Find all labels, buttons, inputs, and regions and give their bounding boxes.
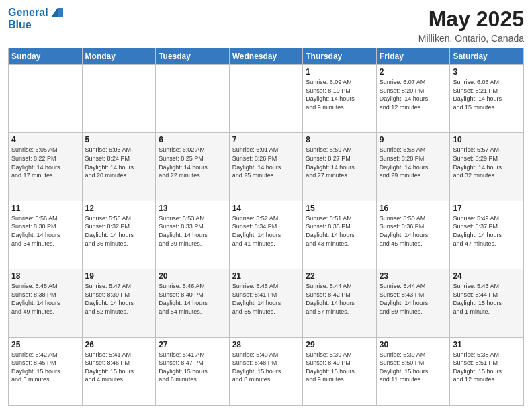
day-info: Sunrise: 5:56 AM Sunset: 8:30 PM Dayligh… [11, 214, 79, 248]
day-cell: 28Sunrise: 5:40 AM Sunset: 8:48 PM Dayli… [229, 337, 303, 405]
day-number: 15 [306, 203, 373, 213]
col-saturday: Saturday [450, 48, 524, 65]
logo-general: General [8, 7, 48, 19]
col-monday: Monday [82, 48, 156, 65]
logo-icon [50, 5, 64, 19]
day-number: 21 [232, 271, 300, 281]
day-info: Sunrise: 5:41 AM Sunset: 8:47 PM Dayligh… [159, 351, 226, 384]
day-number: 5 [85, 135, 153, 144]
day-cell: 12Sunrise: 5:55 AM Sunset: 8:32 PM Dayli… [82, 201, 156, 269]
day-number: 25 [11, 340, 79, 349]
day-info: Sunrise: 5:45 AM Sunset: 8:41 PM Dayligh… [232, 282, 300, 316]
week-row-2: 11Sunrise: 5:56 AM Sunset: 8:30 PM Dayli… [9, 201, 524, 269]
day-number: 29 [306, 340, 373, 349]
week-row-3: 18Sunrise: 5:48 AM Sunset: 8:38 PM Dayli… [9, 269, 524, 337]
day-cell: 5Sunrise: 6:03 AM Sunset: 8:24 PM Daylig… [82, 133, 156, 201]
day-number: 19 [85, 271, 153, 281]
day-number: 18 [11, 271, 79, 281]
day-info: Sunrise: 5:46 AM Sunset: 8:40 PM Dayligh… [159, 282, 226, 316]
day-cell: 14Sunrise: 5:52 AM Sunset: 8:34 PM Dayli… [229, 201, 303, 269]
day-number: 27 [159, 340, 226, 349]
day-info: Sunrise: 5:43 AM Sunset: 8:44 PM Dayligh… [453, 282, 521, 316]
day-cell [9, 65, 83, 133]
day-info: Sunrise: 5:39 AM Sunset: 8:50 PM Dayligh… [380, 351, 447, 384]
col-sunday: Sunday [9, 48, 83, 65]
day-info: Sunrise: 5:41 AM Sunset: 8:46 PM Dayligh… [85, 351, 153, 384]
day-cell: 2Sunrise: 6:07 AM Sunset: 8:20 PM Daylig… [376, 65, 450, 133]
day-cell: 11Sunrise: 5:56 AM Sunset: 8:30 PM Dayli… [9, 201, 83, 269]
day-number: 8 [306, 135, 373, 144]
day-number: 17 [453, 203, 521, 213]
day-number: 6 [159, 135, 226, 144]
day-cell: 31Sunrise: 5:38 AM Sunset: 8:51 PM Dayli… [450, 337, 524, 405]
day-info: Sunrise: 6:02 AM Sunset: 8:25 PM Dayligh… [159, 146, 226, 179]
day-info: Sunrise: 5:51 AM Sunset: 8:35 PM Dayligh… [306, 214, 373, 248]
day-cell: 25Sunrise: 5:42 AM Sunset: 8:45 PM Dayli… [9, 337, 83, 405]
day-number: 10 [453, 135, 521, 144]
day-cell: 8Sunrise: 5:59 AM Sunset: 8:27 PM Daylig… [303, 133, 377, 201]
day-info: Sunrise: 5:40 AM Sunset: 8:48 PM Dayligh… [232, 351, 300, 384]
day-cell: 13Sunrise: 5:53 AM Sunset: 8:33 PM Dayli… [156, 201, 230, 269]
day-cell: 18Sunrise: 5:48 AM Sunset: 8:38 PM Dayli… [9, 269, 83, 337]
day-info: Sunrise: 6:09 AM Sunset: 8:19 PM Dayligh… [306, 78, 373, 111]
week-row-1: 4Sunrise: 6:05 AM Sunset: 8:22 PM Daylig… [9, 133, 524, 201]
week-row-0: 1Sunrise: 6:09 AM Sunset: 8:19 PM Daylig… [9, 65, 524, 133]
day-cell: 19Sunrise: 5:47 AM Sunset: 8:39 PM Dayli… [82, 269, 156, 337]
title-block: May 2025 Milliken, Ontario, Canada [418, 7, 524, 44]
day-info: Sunrise: 6:05 AM Sunset: 8:22 PM Dayligh… [11, 146, 79, 179]
day-info: Sunrise: 5:39 AM Sunset: 8:49 PM Dayligh… [306, 351, 373, 384]
day-cell: 6Sunrise: 6:02 AM Sunset: 8:25 PM Daylig… [156, 133, 230, 201]
page: General Blue May 2025 Milliken, Ontario,… [0, 0, 532, 411]
day-info: Sunrise: 5:48 AM Sunset: 8:38 PM Dayligh… [11, 282, 79, 316]
header-row: Sunday Monday Tuesday Wednesday Thursday… [9, 48, 524, 65]
col-wednesday: Wednesday [229, 48, 303, 65]
day-info: Sunrise: 6:06 AM Sunset: 8:21 PM Dayligh… [453, 78, 521, 111]
day-cell: 23Sunrise: 5:44 AM Sunset: 8:43 PM Dayli… [376, 269, 450, 337]
day-info: Sunrise: 5:58 AM Sunset: 8:28 PM Dayligh… [380, 146, 447, 179]
day-info: Sunrise: 5:47 AM Sunset: 8:39 PM Dayligh… [85, 282, 153, 316]
day-info: Sunrise: 6:01 AM Sunset: 8:26 PM Dayligh… [232, 146, 300, 179]
day-number: 20 [159, 271, 226, 281]
day-cell: 15Sunrise: 5:51 AM Sunset: 8:35 PM Dayli… [303, 201, 377, 269]
col-friday: Friday [376, 48, 450, 65]
day-number: 31 [453, 340, 521, 349]
day-number: 16 [380, 203, 447, 213]
header: General Blue May 2025 Milliken, Ontario,… [8, 7, 524, 44]
day-info: Sunrise: 5:57 AM Sunset: 8:29 PM Dayligh… [453, 146, 521, 179]
day-info: Sunrise: 6:07 AM Sunset: 8:20 PM Dayligh… [380, 78, 447, 111]
day-number: 24 [453, 271, 521, 281]
day-cell: 17Sunrise: 5:49 AM Sunset: 8:37 PM Dayli… [450, 201, 524, 269]
day-info: Sunrise: 6:03 AM Sunset: 8:24 PM Dayligh… [85, 146, 153, 179]
day-number: 12 [85, 203, 153, 213]
day-info: Sunrise: 5:49 AM Sunset: 8:37 PM Dayligh… [453, 214, 521, 248]
calendar-table: Sunday Monday Tuesday Wednesday Thursday… [8, 48, 524, 406]
day-number: 11 [11, 203, 79, 213]
day-number: 28 [232, 340, 300, 349]
day-cell: 9Sunrise: 5:58 AM Sunset: 8:28 PM Daylig… [376, 133, 450, 201]
day-info: Sunrise: 5:38 AM Sunset: 8:51 PM Dayligh… [453, 351, 521, 384]
day-info: Sunrise: 5:44 AM Sunset: 8:42 PM Dayligh… [306, 282, 373, 316]
week-row-4: 25Sunrise: 5:42 AM Sunset: 8:45 PM Dayli… [9, 337, 524, 405]
day-number: 30 [380, 340, 447, 349]
col-tuesday: Tuesday [156, 48, 230, 65]
day-cell: 26Sunrise: 5:41 AM Sunset: 8:46 PM Dayli… [82, 337, 156, 405]
day-cell: 30Sunrise: 5:39 AM Sunset: 8:50 PM Dayli… [376, 337, 450, 405]
day-number: 4 [11, 135, 79, 144]
day-cell: 10Sunrise: 5:57 AM Sunset: 8:29 PM Dayli… [450, 133, 524, 201]
day-cell: 27Sunrise: 5:41 AM Sunset: 8:47 PM Dayli… [156, 337, 230, 405]
day-info: Sunrise: 5:55 AM Sunset: 8:32 PM Dayligh… [85, 214, 153, 248]
day-cell: 24Sunrise: 5:43 AM Sunset: 8:44 PM Dayli… [450, 269, 524, 337]
day-cell: 3Sunrise: 6:06 AM Sunset: 8:21 PM Daylig… [450, 65, 524, 133]
day-cell: 4Sunrise: 6:05 AM Sunset: 8:22 PM Daylig… [9, 133, 83, 201]
day-cell: 21Sunrise: 5:45 AM Sunset: 8:41 PM Dayli… [229, 269, 303, 337]
day-number: 22 [306, 271, 373, 281]
day-number: 1 [306, 67, 373, 77]
day-info: Sunrise: 5:44 AM Sunset: 8:43 PM Dayligh… [380, 282, 447, 316]
day-cell: 7Sunrise: 6:01 AM Sunset: 8:26 PM Daylig… [229, 133, 303, 201]
day-cell: 22Sunrise: 5:44 AM Sunset: 8:42 PM Dayli… [303, 269, 377, 337]
day-cell [156, 65, 230, 133]
day-info: Sunrise: 5:42 AM Sunset: 8:45 PM Dayligh… [11, 351, 79, 384]
col-thursday: Thursday [303, 48, 377, 65]
day-number: 26 [85, 340, 153, 349]
day-cell: 16Sunrise: 5:50 AM Sunset: 8:36 PM Dayli… [376, 201, 450, 269]
